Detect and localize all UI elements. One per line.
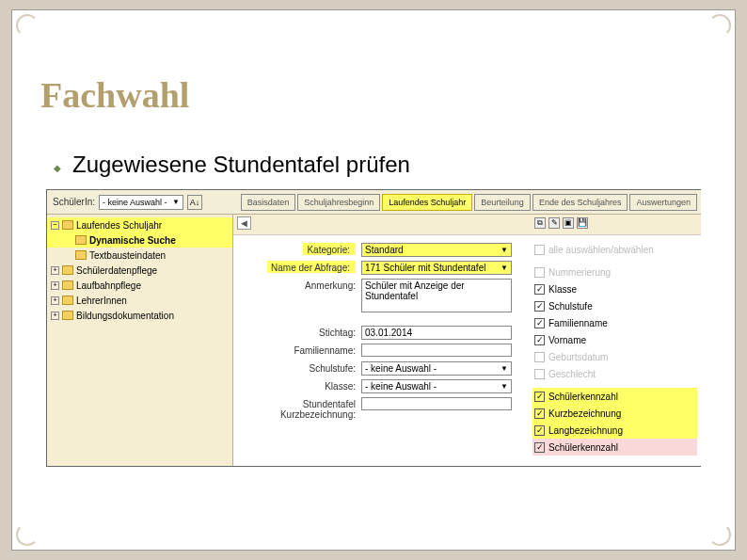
tree-schuelerdaten[interactable]: +Schülerdatenpflege — [47, 263, 232, 278]
schueler-label: SchülerIn: — [53, 197, 95, 207]
klasse-select[interactable]: - keine Auswahl -▼ — [361, 379, 512, 393]
tab-auswertungen[interactable]: Auswertungen — [629, 194, 697, 211]
checklist-panel: ⧉ ✎ ▣ 💾 alle auswählen/abwählen Nummerie… — [531, 215, 701, 466]
tab-schuljahresbeginn[interactable]: Schuljahresbeginn — [297, 194, 380, 211]
folder-icon — [75, 250, 87, 260]
tree-textbaustein[interactable]: Textbausteindaten — [47, 248, 232, 263]
chevron-down-icon: ▼ — [501, 364, 508, 373]
kategorie-select[interactable]: Standard▼ — [361, 243, 512, 257]
sort-button[interactable]: A↓ — [187, 195, 202, 210]
chevron-down-icon: ▼ — [172, 198, 180, 206]
tab-beurteilung[interactable]: Beurteilung — [474, 194, 531, 211]
anmerkung-label: Anmerkung: — [233, 279, 361, 291]
check-schulstufe[interactable]: ✓Schulstufe — [534, 297, 697, 314]
schueler-dropdown[interactable]: - keine Auswahl - ▼ — [99, 195, 183, 210]
check-alle[interactable]: alle auswählen/abwählen — [534, 241, 697, 258]
stichtag-input[interactable]: 03.01.2014 — [361, 326, 512, 340]
save-icon[interactable]: 💾 — [577, 217, 588, 229]
tree-laufbahn[interactable]: +Laufbahnpflege — [47, 278, 232, 293]
folder-icon — [62, 220, 73, 230]
chevron-down-icon: ▼ — [501, 264, 508, 272]
familienname-label: Familienname: — [233, 344, 361, 356]
slide-subtitle: Zugewiesene Stundentafel prüfen — [72, 152, 410, 178]
klasse-label: Klasse: — [233, 379, 361, 392]
chevron-down-icon: ▼ — [501, 246, 508, 254]
checklist-header: ⧉ ✎ ▣ 💾 — [531, 215, 701, 235]
chevron-down-icon: ▼ — [501, 382, 508, 391]
form-header: ◄ — [233, 215, 531, 235]
check-kurzbezeichnung[interactable]: ✓Kurzbezeichnung — [532, 405, 697, 422]
kurz-input[interactable] — [361, 397, 512, 410]
kurz-label: Stundentafel Kurzbezeichnung: — [233, 397, 361, 420]
expand-icon[interactable]: + — [51, 281, 59, 290]
check-schuelerkennzahl2[interactable]: ✓Schülerkennzahl — [532, 439, 697, 456]
kategorie-label: Kategorie: — [303, 243, 356, 255]
topbar: SchülerIn: - keine Auswahl - ▼ A↓ Basisd… — [47, 190, 701, 215]
tree-bildung[interactable]: +Bildungsdokumentation — [47, 308, 232, 323]
check-geschlecht[interactable]: Geschlecht — [534, 365, 697, 382]
expand-icon[interactable]: + — [51, 266, 59, 275]
tree-lehrer[interactable]: +LehrerInnen — [47, 293, 232, 308]
folder-icon — [62, 280, 73, 290]
schueler-value: - keine Auswahl - — [103, 198, 167, 207]
copy-icon[interactable]: ⧉ — [534, 217, 546, 229]
check-familienname[interactable]: ✓Familienname — [534, 314, 697, 331]
form-panel: ◄ Kategorie:Standard▼ Name der Abfrage:1… — [233, 215, 531, 466]
check-nummerierung[interactable]: Nummerierung — [534, 264, 697, 280]
tab-laufendes-schuljahr[interactable]: Laufendes Schuljahr — [382, 194, 472, 211]
abfrage-select[interactable]: 171 Schüler mit Stundentafel▼ — [361, 261, 512, 275]
familienname-input[interactable] — [361, 344, 512, 357]
schulstufe-select[interactable]: - keine Auswahl -▼ — [361, 361, 512, 376]
paste-icon[interactable]: ✎ — [548, 217, 560, 229]
check-schuelerkennzahl[interactable]: ✓Schülerkennzahl — [532, 388, 697, 405]
check-klasse[interactable]: ✓Klasse — [534, 280, 697, 297]
expand-icon[interactable]: + — [51, 296, 59, 305]
action-icon[interactable]: ▣ — [563, 217, 574, 229]
folder-icon — [62, 296, 73, 305]
check-vorname[interactable]: ✓Vorname — [534, 331, 697, 348]
stichtag-label: Stichtag: — [233, 326, 361, 338]
bullet-icon: ◆ — [54, 163, 61, 173]
tree-laufendes-schuljahr[interactable]: −Laufendes Schuljahr — [47, 217, 232, 232]
check-geburtsdatum[interactable]: Geburtsdatum — [534, 348, 697, 365]
check-langbezeichnung[interactable]: ✓Langbezeichnung — [532, 422, 697, 439]
anmerkung-textarea[interactable]: Schüler mit Anzeige der Stundentafel — [361, 279, 512, 312]
tab-ende-schuljahr[interactable]: Ende des Schuljahres — [532, 194, 628, 211]
folder-icon — [75, 235, 87, 245]
expand-icon[interactable]: + — [51, 312, 59, 320]
tree-dynamische-suche[interactable]: Dynamische Suche — [47, 232, 232, 248]
slide-title: Fachwahl — [40, 74, 189, 116]
collapse-icon[interactable]: − — [51, 221, 59, 230]
folder-icon — [62, 311, 73, 320]
abfrage-label: Name der Abfrage: — [267, 261, 356, 273]
tab-basisdaten[interactable]: Basisdaten — [241, 194, 296, 211]
schulstufe-label: Schulstufe: — [233, 361, 361, 374]
app-window: SchülerIn: - keine Auswahl - ▼ A↓ Basisd… — [46, 189, 701, 467]
nav-prev-icon[interactable]: ◄ — [237, 216, 251, 230]
folder-icon — [62, 265, 73, 275]
sidebar: −Laufendes Schuljahr Dynamische Suche Te… — [47, 215, 233, 466]
